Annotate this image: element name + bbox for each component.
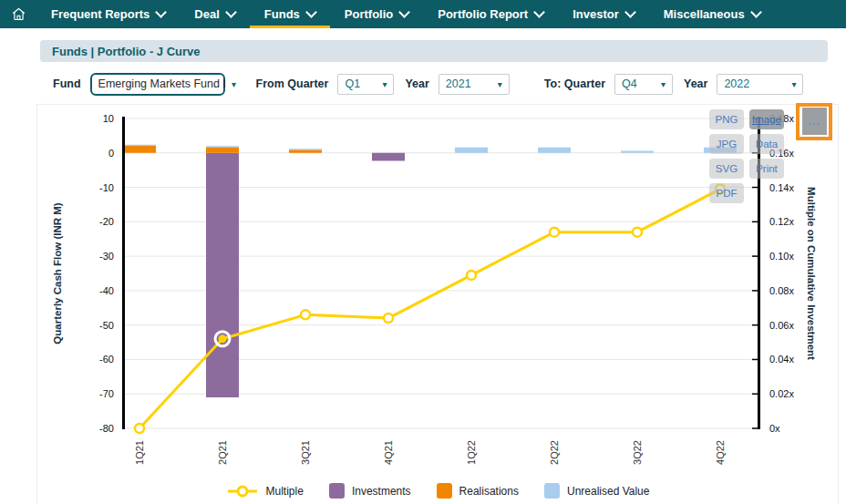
bar-unrealised-value-1Q21 — [123, 145, 156, 146]
from-quarter-label: From Quarter — [256, 77, 329, 90]
nav-item-label: Deal — [194, 7, 219, 21]
chevron-down-icon — [155, 6, 167, 18]
bar-unrealised-value-2Q21 — [206, 146, 239, 147]
left-axis-tick: -30 — [99, 251, 114, 262]
left-axis-title: Quarterly Cash Flow (INR M) — [52, 202, 63, 344]
left-axis-tick: -70 — [99, 388, 114, 399]
bar-unrealised-value-1Q22 — [455, 148, 488, 153]
right-axis-tick: 0x — [769, 423, 780, 434]
right-axis-tick: 0.04x — [769, 354, 794, 365]
bar-investments-2Q21 — [206, 153, 239, 397]
export-format-column: PNGJPGSVGPDF — [709, 109, 744, 203]
data-point[interactable] — [467, 271, 476, 280]
export-svg-button[interactable]: SVG — [709, 159, 744, 179]
legend-line-marker-icon — [226, 484, 259, 499]
chart-context-menu-button[interactable]: ... — [802, 108, 827, 135]
x-tick-label: 2Q21 — [217, 440, 228, 465]
breadcrumb: Funds | Portfolio - J Curve — [40, 40, 828, 62]
nav-item-label: Portfolio — [345, 7, 393, 21]
nav-item-label: Funds — [264, 7, 300, 21]
chevron-down-icon: ▾ — [791, 79, 796, 89]
chart-panel: 100.18x00.16x-100.14x-200.12x-300.10x-40… — [36, 104, 839, 504]
left-axis-tick: -50 — [99, 320, 114, 331]
nav-item-deal[interactable]: Deal — [180, 0, 249, 28]
x-tick-label: 1Q22 — [466, 440, 477, 465]
left-axis-tick: -40 — [99, 285, 114, 296]
bar-investments-4Q21 — [372, 153, 405, 161]
nav-item-label: Portfolio Report — [438, 7, 528, 21]
nav-item-portfolio-report[interactable]: Portfolio Report — [423, 0, 558, 28]
menu-item-print[interactable]: Print — [749, 159, 784, 179]
nav-items: Frequent ReportsDealFundsPortfolioPortfo… — [36, 0, 775, 28]
export-menu: PNGJPGSVGPDF ImageDataPrint — [709, 109, 784, 203]
x-axis-labels: 1Q212Q213Q214Q211Q222Q223Q224Q22 — [134, 440, 726, 465]
menu-item-data[interactable]: Data — [749, 134, 784, 154]
from-year-value: 2021 — [446, 77, 471, 90]
menu-item-image[interactable]: Image — [749, 109, 784, 129]
bar-unrealised-value-2Q22 — [538, 148, 571, 153]
from-quarter-value: Q1 — [345, 77, 360, 90]
export-jpg-button[interactable]: JPG — [709, 134, 744, 154]
x-tick-label: 4Q21 — [383, 440, 394, 465]
gridlines: 100.18x00.16x-100.14x-200.12x-300.10x-40… — [99, 113, 794, 434]
to-quarter-select[interactable]: Q4 ▾ — [614, 74, 673, 95]
bar-unrealised-value-3Q21 — [289, 149, 322, 149]
to-quarter-value: Q4 — [622, 77, 637, 90]
data-point-highlighted-core — [219, 334, 227, 343]
nav-item-investor[interactable]: Investor — [558, 0, 649, 28]
data-point[interactable] — [384, 314, 393, 323]
right-axis-tick: 0.10x — [769, 251, 794, 262]
from-quarter-select[interactable]: Q1 ▾ — [337, 74, 394, 95]
left-axis-tick: -20 — [99, 216, 114, 227]
export-pdf-button[interactable]: PDF — [709, 183, 744, 203]
fund-select[interactable]: Emerging Markets Fund I ▾ — [90, 73, 225, 96]
filter-bar: Fund Emerging Markets Fund I ▾ From Quar… — [53, 73, 846, 95]
legend-item-unrealised-value[interactable]: Unrealised Value — [544, 483, 650, 499]
legend-label: Unrealised Value — [567, 485, 650, 498]
left-axis-tick: -80 — [99, 423, 114, 434]
nav-item-label: Investor — [573, 7, 619, 21]
bar-realisations-2Q21 — [206, 147, 239, 152]
nav-item-portfolio[interactable]: Portfolio — [330, 0, 423, 28]
left-axis-tick: -60 — [99, 354, 114, 365]
from-year-label: Year — [405, 77, 428, 90]
data-point[interactable] — [550, 228, 559, 237]
to-year-select[interactable]: 2022 ▾ — [717, 74, 803, 95]
legend-item-realisations[interactable]: Realisations — [437, 483, 519, 499]
chevron-down-icon: ▾ — [232, 79, 236, 89]
legend-swatch-icon — [544, 483, 560, 499]
left-axis-tick: 10 — [103, 113, 114, 124]
export-png-button[interactable]: PNG — [709, 109, 744, 129]
bars-investments — [206, 153, 405, 397]
nav-item-frequent-reports[interactable]: Frequent Reports — [36, 0, 180, 28]
chevron-down-icon: ▾ — [498, 79, 502, 89]
home-button[interactable] — [0, 0, 36, 28]
nav-item-miscellaneous[interactable]: Miscellaneous — [649, 0, 775, 28]
legend-item-multiple[interactable]: Multiple — [226, 484, 304, 499]
legend-item-investments[interactable]: Investments — [329, 483, 411, 499]
left-axis-tick: 0 — [108, 148, 114, 159]
chevron-down-icon — [533, 6, 545, 18]
legend-label: Investments — [352, 485, 411, 498]
right-axis-tick: 0.06x — [769, 320, 794, 331]
fund-select-value: Emerging Markets Fund I — [98, 77, 226, 90]
data-point[interactable] — [633, 228, 642, 237]
x-tick-label: 1Q21 — [134, 440, 145, 465]
from-year-select[interactable]: 2021 ▾ — [438, 74, 510, 95]
legend-label: Multiple — [266, 485, 304, 498]
chevron-down-icon — [305, 6, 317, 18]
chevron-down-icon — [750, 6, 762, 18]
right-axis-title: Multiple on Cumulative Investment — [806, 187, 817, 360]
chevron-down-icon — [398, 6, 410, 18]
chevron-down-icon — [624, 6, 636, 18]
chevron-down-icon — [225, 6, 237, 18]
home-icon — [11, 6, 26, 22]
bar-realisations-3Q21 — [289, 149, 322, 152]
data-point[interactable] — [301, 310, 310, 319]
nav-item-label: Frequent Reports — [51, 7, 150, 21]
nav-item-label: Miscellaneous — [664, 7, 745, 21]
data-point[interactable] — [135, 424, 144, 433]
bar-realisations-1Q21 — [123, 146, 156, 153]
x-tick-label: 3Q22 — [632, 440, 643, 465]
nav-item-funds[interactable]: Funds — [250, 0, 330, 28]
